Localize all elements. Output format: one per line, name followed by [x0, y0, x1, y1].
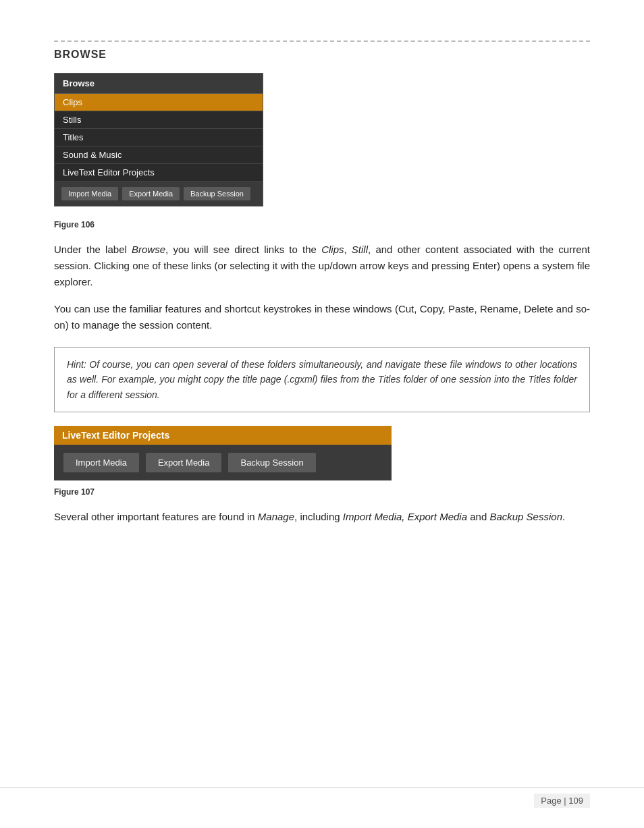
browse-item-livetext[interactable]: LiveText Editor Projects [55, 164, 263, 182]
browse-panel-buttons: Import Media Export Media Backup Session [55, 182, 263, 206]
backup-session-button-2[interactable]: Backup Session [228, 453, 315, 472]
browse-item-stills[interactable]: Stills [55, 111, 263, 129]
figure-107-label: Figure 107 [54, 487, 590, 497]
paragraph-3: Several other important features are fou… [54, 509, 590, 525]
livetext-title-bar: LiveText Editor Projects [54, 426, 392, 445]
browse-panel: Browse Clips Stills Titles Sound & Music… [54, 73, 263, 206]
section-heading: BROWSE [54, 49, 590, 61]
hint-box: Hint: Of course, you can open several of… [54, 347, 590, 412]
page-footer: Page | 109 [0, 788, 644, 808]
browse-item-sound[interactable]: Sound & Music [55, 146, 263, 164]
livetext-panel: LiveText Editor Projects Import Media Ex… [54, 426, 392, 480]
browse-item-titles[interactable]: Titles [55, 129, 263, 146]
import-media-button-2[interactable]: Import Media [63, 453, 139, 472]
import-media-button-1[interactable]: Import Media [61, 187, 118, 200]
browse-panel-title: Browse [55, 74, 263, 94]
livetext-buttons: Import Media Export Media Backup Session [54, 445, 392, 480]
figure-106-label: Figure 106 [54, 220, 590, 229]
backup-session-button-1[interactable]: Backup Session [184, 187, 250, 200]
paragraph-1: Under the label Browse, you will see dir… [54, 242, 590, 290]
browse-item-clips[interactable]: Clips [55, 94, 263, 111]
page-number: Page | 109 [534, 794, 590, 808]
hint-text: Hint: Of course, you can open several of… [67, 359, 577, 400]
paragraph-2: You can use the familiar features and sh… [54, 301, 590, 333]
export-media-button-2[interactable]: Export Media [146, 453, 222, 472]
browse-section: BROWSE Browse Clips Stills Titles Sound … [54, 40, 590, 206]
export-media-button-1[interactable]: Export Media [122, 187, 180, 200]
